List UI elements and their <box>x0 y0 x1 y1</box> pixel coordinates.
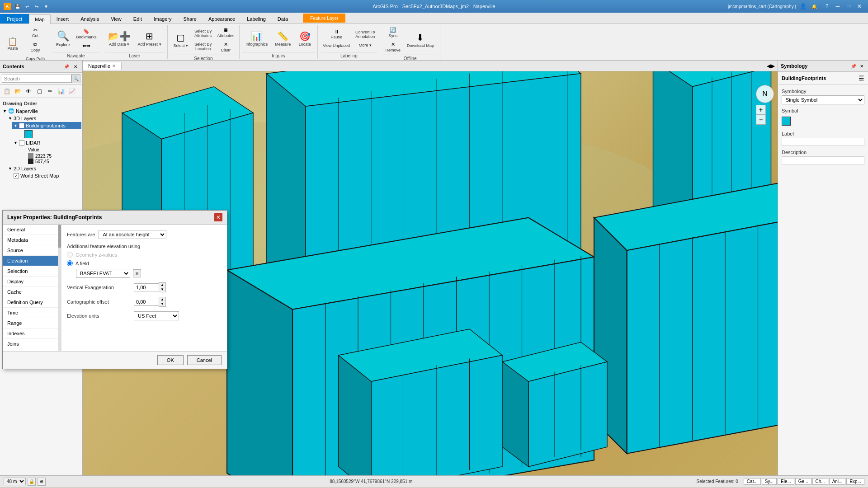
nav-selection[interactable]: Selection <box>3 266 61 277</box>
tab-project[interactable]: Project <box>0 14 29 23</box>
2d-layers-arrow[interactable]: ▼ <box>8 166 12 171</box>
drawing-order-btn[interactable]: 📋 <box>2 86 12 96</box>
compass-btn[interactable]: N <box>756 85 774 103</box>
remove-btn[interactable]: ✕ Remove <box>383 40 403 54</box>
layer-properties-dialog[interactable]: Layer Properties: BuildingFootprints ✕ G… <box>2 210 227 369</box>
features-are-dropdown[interactable]: At an absolute height <box>99 230 166 239</box>
select-btn[interactable]: ▢ Select ▾ <box>170 30 192 50</box>
nav-metadata[interactable]: Metadata <box>3 235 61 245</box>
carto-offset-input[interactable] <box>134 298 159 306</box>
vert-exag-input[interactable] <box>134 283 159 291</box>
a-field-radio[interactable] <box>67 260 73 266</box>
status-tab-ani[interactable]: Ani... <box>829 478 846 485</box>
nav-cache[interactable]: Cache <box>3 287 61 297</box>
redo-btn[interactable]: ↪ <box>33 2 41 10</box>
list-by-source-btn[interactable]: 📂 <box>13 86 23 96</box>
geometry-z-radio[interactable] <box>67 252 73 258</box>
nav-general[interactable]: General <box>3 225 61 235</box>
zoom-out-btn[interactable]: − <box>756 115 766 125</box>
status-tab-sy[interactable]: Sy... <box>762 478 777 485</box>
lidar-checkbox[interactable] <box>19 140 24 145</box>
download-map-btn[interactable]: ⬇ Download Map <box>404 30 437 50</box>
naperville-arrow[interactable]: ▼ <box>3 109 7 113</box>
elev-units-dropdown[interactable]: US Feet <box>134 311 179 320</box>
vert-exag-up[interactable]: ▲ <box>159 283 165 287</box>
sym-color-swatch[interactable] <box>782 117 791 126</box>
add-preset-btn[interactable]: ⊞ Add Preset ▾ <box>135 28 165 49</box>
tab-appearance[interactable]: Appearance <box>203 14 241 23</box>
nav-display[interactable]: Display <box>3 277 61 287</box>
feature-layer-tab[interactable]: Feature Layer <box>303 14 345 23</box>
nav-source[interactable]: Source <box>3 245 61 256</box>
nav-elevation[interactable]: Elevation <box>3 256 61 266</box>
tab-insert[interactable]: Insert <box>51 14 75 23</box>
scale-dropdown[interactable]: 48 m <box>4 478 26 485</box>
list-by-visibility-btn[interactable]: 👁 <box>24 86 33 96</box>
contents-close-btn[interactable]: ✕ <box>71 62 80 70</box>
nav-range[interactable]: Range <box>3 318 61 328</box>
3d-layers-arrow[interactable]: ▼ <box>8 116 12 121</box>
close-btn[interactable]: ✕ <box>854 2 864 10</box>
tab-data[interactable]: Data <box>272 14 294 23</box>
nav-time[interactable]: Time <box>3 308 61 318</box>
sym-menu-btn[interactable]: ☰ <box>859 75 864 82</box>
tab-share[interactable]: Share <box>178 14 203 23</box>
navigate-back-btn[interactable]: ⬅➡ <box>74 42 99 50</box>
list-by-editing-btn[interactable]: ✏ <box>45 86 55 96</box>
nav-indexes[interactable]: Indexes <box>3 328 61 339</box>
bf-checkbox[interactable]: ✓ <box>19 123 24 128</box>
undo-btn[interactable]: ↩ <box>23 2 31 10</box>
tree-item-building-footprints[interactable]: ▼ ✓ BuildingFootprints <box>12 122 81 129</box>
attributes-btn[interactable]: ≣ Attributes <box>215 26 236 39</box>
status-tab-ch[interactable]: Ch... <box>812 478 828 485</box>
tree-item-naperville[interactable]: ▼ 🌐 Naperville <box>1 107 81 115</box>
view-unplaced-btn[interactable]: View Unplaced <box>321 42 352 49</box>
save-btn[interactable]: 💾 <box>14 2 22 10</box>
scale-lock-btn[interactable]: 🔒 <box>28 478 36 486</box>
cancel-btn[interactable]: Cancel <box>187 355 222 365</box>
map-scroll-right[interactable]: ▶ <box>771 63 775 69</box>
scale-tool-btn[interactable]: ⊕ <box>38 478 46 486</box>
nav-definition-query[interactable]: Definition Query <box>3 297 61 308</box>
sym-panel-close-btn[interactable]: ✕ <box>858 62 865 70</box>
dialog-close-btn[interactable]: ✕ <box>214 213 222 221</box>
convert-annotation-btn[interactable]: Convert ToAnnotation <box>353 28 377 40</box>
tree-item-world-street-map[interactable]: ✓ World Street Map <box>12 172 81 179</box>
zoom-in-btn[interactable]: + <box>756 105 766 115</box>
status-tab-cat[interactable]: Cat... <box>744 478 761 485</box>
wsm-checkbox[interactable]: ✓ <box>14 173 19 178</box>
sync-btn[interactable]: 🔄 Sync <box>383 26 403 39</box>
dialog-nav-scrollbar[interactable] <box>58 225 61 351</box>
tab-imagery[interactable]: Imagery <box>148 14 178 23</box>
status-tab-ele[interactable]: Ele... <box>778 478 794 485</box>
map-scroll-left[interactable]: ◀ <box>767 63 771 69</box>
field-select-dropdown[interactable]: BASEELEVAT <box>76 269 130 278</box>
explore-btn[interactable]: 🔍 Explore <box>53 28 73 49</box>
list-by-selection-btn[interactable]: ▢ <box>34 86 44 96</box>
tree-item-lidar[interactable]: ▼ LIDAR <box>12 139 81 146</box>
tab-labeling[interactable]: Labeling <box>241 14 272 23</box>
list-by-snapping-btn[interactable]: 📊 <box>56 86 66 96</box>
tab-analysis[interactable]: Analysis <box>75 14 105 23</box>
nav-joins[interactable]: Joins <box>3 339 61 349</box>
contents-pin-btn[interactable]: 📌 <box>62 62 71 70</box>
carto-offset-down[interactable]: ▼ <box>159 302 165 306</box>
tab-view[interactable]: View <box>105 14 127 23</box>
maximize-btn[interactable]: □ <box>844 2 854 10</box>
minimize-btn[interactable]: ─ <box>833 2 843 10</box>
select-by-loc-btn[interactable]: Select ByLocation <box>192 40 214 52</box>
paste-btn[interactable]: 📋 Paste <box>3 35 23 53</box>
status-tab-ge[interactable]: Ge... <box>795 478 811 485</box>
carto-offset-up[interactable]: ▲ <box>159 297 165 302</box>
sym-description-input[interactable] <box>782 156 864 164</box>
add-data-btn[interactable]: 📂➕ Add Data ▾ <box>105 28 134 49</box>
pause-btn[interactable]: ⏸ Pause <box>321 28 352 41</box>
tab-edit[interactable]: Edit <box>127 14 148 23</box>
search-btn[interactable]: 🔍 <box>71 74 80 83</box>
measure-btn[interactable]: 📏 Measure <box>272 28 294 49</box>
list-by-charts-btn[interactable]: 📈 <box>67 86 77 96</box>
vert-exag-down[interactable]: ▼ <box>159 287 165 292</box>
nav-relates[interactable]: Relates <box>3 349 61 351</box>
sym-label-input[interactable] <box>782 138 864 146</box>
more-labeling-btn[interactable]: More ▾ <box>353 41 377 49</box>
